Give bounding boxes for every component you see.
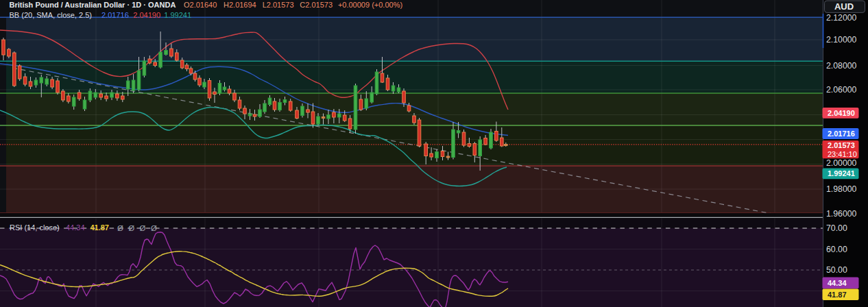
svg-text:L2.01573: L2.01573 <box>263 1 294 9</box>
svg-text:23:41:10: 23:41:10 <box>828 150 857 158</box>
svg-text:2.01716: 2.01716 <box>828 130 855 138</box>
svg-text:H2.01694: H2.01694 <box>224 1 256 9</box>
svg-text:Ø: Ø <box>128 224 134 232</box>
svg-text:British Pound / Australian Dol: British Pound / Australian Dollar · 1D ·… <box>10 1 176 9</box>
svg-text:Ø: Ø <box>140 224 146 232</box>
svg-text:O2.01640: O2.01640 <box>184 1 217 9</box>
svg-text:2.06000: 2.06000 <box>826 85 857 95</box>
svg-text:2.04190: 2.04190 <box>828 109 855 117</box>
svg-text:2.08000: 2.08000 <box>826 61 857 71</box>
svg-text:2.01573: 2.01573 <box>828 141 855 149</box>
svg-text:Ø: Ø <box>117 224 123 232</box>
svg-text:Ø: Ø <box>151 224 157 232</box>
svg-text:BB (20, SMA, close, 2.5): BB (20, SMA, close, 2.5) <box>10 11 92 19</box>
svg-text:50.00: 50.00 <box>826 265 847 275</box>
svg-text:1.96000: 1.96000 <box>826 209 857 219</box>
svg-text:44.34: 44.34 <box>66 223 85 232</box>
svg-text:C2.01573: C2.01573 <box>300 1 333 9</box>
svg-text:44.34: 44.34 <box>828 279 847 287</box>
svg-text:70.00: 70.00 <box>826 223 847 233</box>
svg-text:1.99241: 1.99241 <box>828 169 855 177</box>
svg-text:2.10000: 2.10000 <box>826 35 857 45</box>
svg-text:1.98000: 1.98000 <box>826 184 857 194</box>
svg-text:2.04190: 2.04190 <box>133 11 160 19</box>
svg-text:2.01716: 2.01716 <box>101 11 129 19</box>
svg-text:RSI (14, close): RSI (14, close) <box>10 223 60 232</box>
svg-text:41.87: 41.87 <box>828 291 847 299</box>
svg-text:+0.00009 (+0.00%): +0.00009 (+0.00%) <box>338 1 402 9</box>
svg-text:2.00000: 2.00000 <box>826 158 857 168</box>
svg-text:AUD: AUD <box>834 1 854 12</box>
svg-text:1.99241: 1.99241 <box>164 11 191 19</box>
svg-text:2.12000: 2.12000 <box>826 13 857 23</box>
svg-text:60.00: 60.00 <box>826 245 847 254</box>
svg-text:41.87: 41.87 <box>90 223 109 232</box>
